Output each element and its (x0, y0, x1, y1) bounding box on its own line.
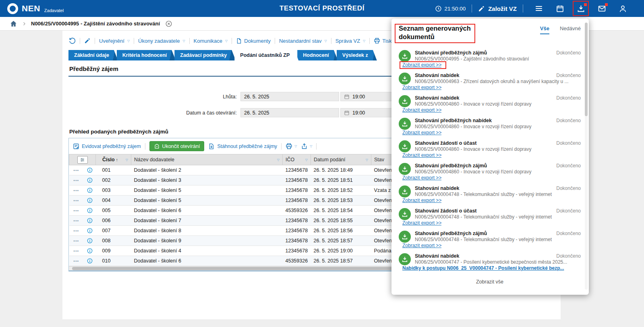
print-menu-button[interactable]: ▽ (286, 143, 297, 150)
breadcrumb-item[interactable]: N006/25/V00004995 - Zajištění závodního … (31, 21, 160, 27)
brand[interactable]: NEN Zadavatel (7, 3, 64, 14)
info-icon (87, 248, 93, 254)
create-vz-button[interactable]: Založit VZ (478, 5, 517, 12)
info-button[interactable] (87, 187, 93, 194)
downloads-button[interactable] (576, 3, 586, 14)
row-actions-icon[interactable]: ••• (74, 219, 79, 223)
close-opening-button[interactable]: Ukončit otevírání (149, 141, 205, 151)
download-status: Dokončeno (556, 185, 581, 192)
menu-dokumenty[interactable]: Dokumenty (236, 38, 271, 44)
messages-button[interactable] (596, 3, 607, 14)
row-actions-icon[interactable]: ••• (74, 189, 79, 193)
cell-ico: 12345678 (283, 226, 311, 236)
download-export-link[interactable]: Zobrazit export >> (402, 175, 441, 181)
info-icon (87, 207, 93, 214)
row-actions-icon[interactable]: ••• (74, 249, 79, 253)
download-export-link[interactable]: Zobrazit export >> (402, 243, 441, 249)
cell-date-submitted: 26. 5. 2025 18:52 (311, 185, 371, 196)
info-button[interactable] (87, 167, 93, 173)
menu-uverejneni[interactable]: Uveřejnění▽ (99, 38, 130, 44)
info-icon (87, 258, 93, 264)
panel-tab-nedavne[interactable]: Nedávné (560, 25, 581, 34)
menu-button[interactable] (534, 3, 544, 14)
panel-scrollbar[interactable] (585, 23, 588, 290)
download-circle-icon (399, 208, 411, 220)
download-export-link[interactable]: Zobrazit export >> (402, 198, 441, 204)
download-export-link[interactable]: Zobrazit export >> (402, 130, 441, 136)
menu-sprava-vz[interactable]: Správa VZ▽ (335, 38, 366, 44)
tab[interactable]: Zadávací podmínky (174, 50, 236, 60)
info-button[interactable] (87, 237, 93, 244)
filter-caret-icon[interactable]: ▽ (305, 158, 308, 162)
download-item: Stahování nabídek Dokončeno N006/25/V000… (399, 93, 581, 115)
filter-caret-icon[interactable]: ▽ (277, 158, 280, 162)
cell-ico: 45359326 (283, 256, 311, 266)
info-icon (87, 167, 93, 173)
date-input[interactable]: 26. 5. 2025 (240, 108, 339, 117)
row-actions-icon[interactable]: ••• (74, 229, 79, 233)
export-menu-button[interactable]: ▽ (301, 143, 312, 150)
tab[interactable]: Hodnocení (297, 50, 338, 60)
column-header-datum-podani[interactable]: Datum podání▽ (311, 154, 371, 165)
column-header-cislo[interactable]: Číslo↑▽ (96, 154, 131, 165)
download-interests-button[interactable]: Stáhnout předběžné zájmy (208, 143, 277, 150)
edit-button[interactable] (84, 37, 91, 44)
download-export-link[interactable]: Zobrazit export >> (402, 152, 441, 158)
download-circle-icon (399, 118, 411, 130)
menu-komunikace[interactable]: Komunikace▽ (194, 38, 228, 44)
download-title: Stahování předběžných nabídek (415, 118, 556, 124)
tab[interactable]: Základní údaje (68, 50, 118, 60)
nen-logo-icon (7, 3, 18, 14)
info-button[interactable] (87, 248, 93, 254)
tab[interactable]: Kritéria hodnocení (117, 50, 176, 60)
cell-number: 005 (96, 206, 131, 216)
show-all-link[interactable]: Zobrazit vše (399, 279, 581, 285)
row-actions-icon[interactable]: ••• (74, 239, 79, 243)
download-item: Stahování předběžných zájmů Dokončeno N0… (399, 48, 581, 70)
download-circle-icon (399, 231, 411, 243)
menu-nestandardni-stav[interactable]: Nestandardní stav▽ (279, 38, 327, 44)
info-button[interactable] (87, 177, 93, 183)
calendar-button[interactable] (555, 3, 565, 14)
download-export-link[interactable]: Nabídky k postupu N006_25_V00004747 - Po… (402, 265, 564, 271)
info-button[interactable] (87, 258, 93, 264)
generated-documents-panel: Seznam generovaných dokumentů Vše Nedávn… (391, 19, 589, 295)
info-button[interactable] (87, 207, 93, 214)
cell-supplier: Dodavatel - školení 2 (131, 165, 283, 175)
row-actions-icon[interactable]: ••• (74, 209, 79, 213)
download-subtitle: N006/25/V00004995 - Zajištění závodního … (415, 56, 581, 62)
home-icon[interactable] (10, 20, 17, 27)
close-record-button[interactable] (165, 20, 172, 27)
filter-caret-icon[interactable]: ▽ (126, 158, 128, 162)
row-actions-icon[interactable]: ••• (74, 259, 79, 263)
row-actions-icon[interactable]: ••• (74, 199, 79, 203)
column-settings-button[interactable] (77, 156, 88, 164)
filter-caret-icon[interactable]: ▽ (366, 158, 368, 162)
download-export-link[interactable]: Zobrazit export >> (402, 62, 441, 68)
register-interest-button[interactable]: Evidovat předběžný zájem (73, 143, 141, 150)
download-export-link[interactable]: Zobrazit export >> (402, 107, 441, 113)
menu-ukony-zadavatele[interactable]: Úkony zadavatele▽ (138, 38, 185, 44)
cell-date-submitted: 26. 5. 2025 18:53 (311, 196, 371, 206)
panel-scrollbar-thumb[interactable] (585, 23, 588, 116)
panel-tab-vse[interactable]: Vše (540, 25, 549, 34)
tab[interactable]: Podání účastníků ZP (234, 50, 298, 60)
info-button[interactable] (87, 197, 93, 204)
column-settings-icon (80, 157, 85, 162)
column-header-nazev-dodavatele[interactable]: Název dodavatele▽ (131, 154, 283, 165)
tab[interactable]: Výsledek z (337, 50, 377, 60)
profile-button[interactable] (617, 3, 628, 14)
download-export-link[interactable]: Zobrazit export >> (402, 85, 441, 91)
cell-date-submitted: 26. 5. 2025 18:51 (311, 175, 371, 185)
column-header-ico[interactable]: IČO▽ (283, 154, 311, 165)
date-input[interactable]: 26. 5. 2025 (240, 92, 339, 101)
download-status: Dokončeno (556, 73, 581, 79)
cell-number: 008 (96, 236, 131, 246)
row-actions-icon[interactable]: ••• (74, 179, 79, 183)
info-button[interactable] (87, 227, 93, 234)
dropdown-caret-icon: ▽ (182, 39, 185, 43)
history-button[interactable] (68, 37, 76, 44)
row-actions-icon[interactable]: ••• (74, 169, 79, 173)
download-export-link[interactable]: Zobrazit export >> (402, 220, 441, 226)
info-button[interactable] (87, 217, 93, 224)
